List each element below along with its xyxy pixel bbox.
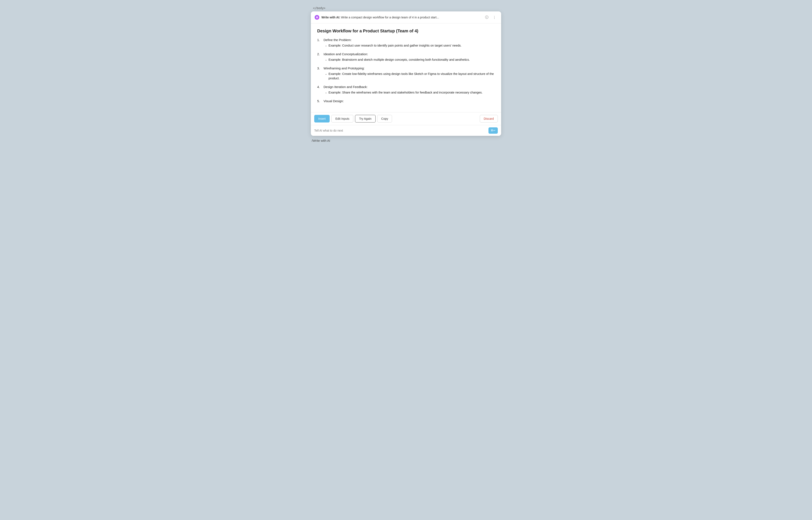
- bullet-text: Example: Conduct user research to identi…: [329, 43, 462, 48]
- bullet-dot: •: [326, 59, 326, 62]
- panel-actions: Insert Edit Inputs Try Again Copy Discar…: [311, 112, 501, 125]
- try-again-button[interactable]: Try Again: [355, 115, 376, 123]
- list-item: 4.Design Iteration and Feedback:•Example…: [317, 85, 495, 95]
- list-content: Design Iteration and Feedback:•Example: …: [324, 85, 495, 95]
- bullet-item: •Example: Conduct user research to ident…: [326, 43, 495, 48]
- numbered-list: 1.Define the Problem:•Example: Conduct u…: [317, 38, 495, 105]
- ai-icon: [315, 15, 319, 20]
- copy-button[interactable]: Copy: [377, 115, 392, 123]
- bullet-dot: •: [326, 73, 326, 81]
- content-title: Design Workflow for a Product Startup (T…: [317, 29, 495, 33]
- discard-button[interactable]: Discard: [480, 115, 498, 123]
- list-heading: Wireframing and Prototyping:: [324, 67, 495, 70]
- list-number: 3.: [317, 67, 321, 81]
- panel-followup: ⌘↵: [311, 125, 501, 136]
- bullet-text: Example: Share the wireframes with the t…: [329, 90, 483, 95]
- slash-command: /Write with AI: [311, 139, 330, 142]
- more-options-button[interactable]: ⋮: [491, 15, 497, 20]
- insert-button[interactable]: Insert: [314, 115, 330, 123]
- list-heading: Visual Design:: [324, 99, 495, 103]
- bullet-list: •Example: Create low-fidelity wireframes…: [326, 72, 495, 81]
- list-item: 3.Wireframing and Prototyping:•Example: …: [317, 67, 495, 81]
- bullet-text: Example: Brainstorm and sketch multiple …: [329, 57, 470, 62]
- panel-header: Write with AI: Write a compact design wo…: [311, 11, 501, 24]
- bullet-dot: •: [326, 92, 326, 95]
- ai-icon-inner: [316, 16, 318, 19]
- list-heading: Ideation and Conceptualization:: [324, 52, 495, 56]
- edit-inputs-button[interactable]: Edit Inputs: [331, 115, 353, 123]
- list-content: Ideation and Conceptualization:•Example:…: [324, 52, 495, 62]
- bullet-text: Example: Create low-fidelity wireframes …: [329, 72, 495, 81]
- code-tag: </body>: [311, 6, 325, 10]
- bullet-item: •Example: Brainstorm and sketch multiple…: [326, 57, 495, 62]
- list-number: 4.: [317, 85, 321, 95]
- followup-input[interactable]: [314, 129, 487, 132]
- list-item: 2.Ideation and Conceptualization:•Exampl…: [317, 52, 495, 62]
- bullet-list: •Example: Brainstorm and sketch multiple…: [326, 57, 495, 62]
- list-number: 2.: [317, 52, 321, 62]
- bullet-dot: •: [326, 45, 326, 48]
- followup-send-button[interactable]: ⌘↵: [488, 127, 498, 134]
- list-heading: Define the Problem:: [324, 38, 495, 42]
- bullet-item: •Example: Create low-fidelity wireframes…: [326, 72, 495, 81]
- list-content: Visual Design:: [324, 99, 495, 105]
- bullet-list: •Example: Conduct user research to ident…: [326, 43, 495, 48]
- panel-content: Design Workflow for a Product Startup (T…: [311, 24, 501, 112]
- header-title: Write with AI: Write a compact design wo…: [321, 16, 482, 19]
- bullet-list: •Example: Share the wireframes with the …: [326, 90, 495, 95]
- list-item: 5.Visual Design:: [317, 99, 495, 105]
- list-number: 5.: [317, 99, 321, 105]
- bullet-item: •Example: Share the wireframes with the …: [326, 90, 495, 95]
- header-title-prefix: Write with AI:: [321, 16, 340, 19]
- header-title-text: Write a compact design workflow for a de…: [340, 16, 439, 19]
- ai-panel: Write with AI: Write a compact design wo…: [311, 11, 501, 136]
- list-content: Define the Problem:•Example: Conduct use…: [324, 38, 495, 48]
- info-icon-button[interactable]: ⓘ: [484, 15, 490, 20]
- list-item: 1.Define the Problem:•Example: Conduct u…: [317, 38, 495, 48]
- list-heading: Design Iteration and Feedback:: [324, 85, 495, 89]
- header-icons: ⓘ ⋮: [484, 15, 497, 20]
- page-wrapper: </body> Write with AI: Write a compact d…: [311, 4, 501, 142]
- list-number: 1.: [317, 38, 321, 48]
- list-content: Wireframing and Prototyping:•Example: Cr…: [324, 67, 495, 81]
